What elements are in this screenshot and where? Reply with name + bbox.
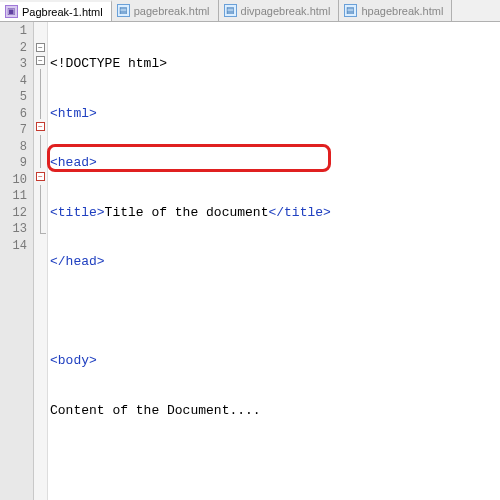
fold-toggle-icon[interactable]: −: [36, 43, 45, 52]
code-text-area[interactable]: <!DOCTYPE html> <html> <head> <title>Tit…: [48, 22, 500, 500]
line-number: 1: [0, 23, 27, 40]
line-number: 14: [0, 238, 27, 255]
file-icon: ▤: [117, 4, 130, 17]
line-number: 6: [0, 106, 27, 123]
line-number: 4: [0, 73, 27, 90]
line-number: 8: [0, 139, 27, 156]
tab-bar: ▣ Pagbreak-1.html ▤ pagebreak.html ▤ div…: [0, 0, 500, 22]
line-number-gutter: 1 2 3 4 5 6 7 8 9 10 11 12 13 14: [0, 22, 34, 500]
code-text: <html>: [50, 106, 97, 121]
code-text: <title>: [50, 205, 105, 220]
code-text: </head>: [50, 254, 105, 269]
line-number: 10: [0, 172, 27, 189]
save-icon: ▣: [5, 5, 18, 18]
fold-toggle-icon[interactable]: −: [36, 56, 45, 65]
line-number: 3: [0, 56, 27, 73]
code-text: <head>: [50, 155, 97, 170]
line-number: 7: [0, 122, 27, 139]
fold-toggle-icon[interactable]: −: [36, 172, 45, 181]
code-text: Title of the document: [105, 205, 269, 220]
tab-hpagebreak[interactable]: ▤ hpagebreak.html: [339, 0, 452, 21]
code-text: <body>: [50, 353, 97, 368]
tab-label: divpagebreak.html: [241, 5, 331, 17]
tab-pagbreak1[interactable]: ▣ Pagbreak-1.html: [0, 0, 112, 21]
tab-label: Pagbreak-1.html: [22, 6, 103, 18]
line-number: 11: [0, 188, 27, 205]
file-icon: ▤: [224, 4, 237, 17]
line-number: 2: [0, 40, 27, 57]
tab-divpagebreak[interactable]: ▤ divpagebreak.html: [219, 0, 340, 21]
code-text: <!DOCTYPE html>: [50, 56, 167, 71]
tab-label: hpagebreak.html: [361, 5, 443, 17]
line-number: 13: [0, 221, 27, 238]
code-text: </title>: [268, 205, 330, 220]
line-number: 12: [0, 205, 27, 222]
line-number: 9: [0, 155, 27, 172]
line-number: 5: [0, 89, 27, 106]
code-text: Content of the Document....: [50, 403, 261, 418]
fold-column: − − − −: [34, 22, 48, 500]
editor-area: 1 2 3 4 5 6 7 8 9 10 11 12 13 14 − − − −…: [0, 22, 500, 500]
tab-label: pagebreak.html: [134, 5, 210, 17]
fold-toggle-icon[interactable]: −: [36, 122, 45, 131]
tab-pagebreak[interactable]: ▤ pagebreak.html: [112, 0, 219, 21]
file-icon: ▤: [344, 4, 357, 17]
